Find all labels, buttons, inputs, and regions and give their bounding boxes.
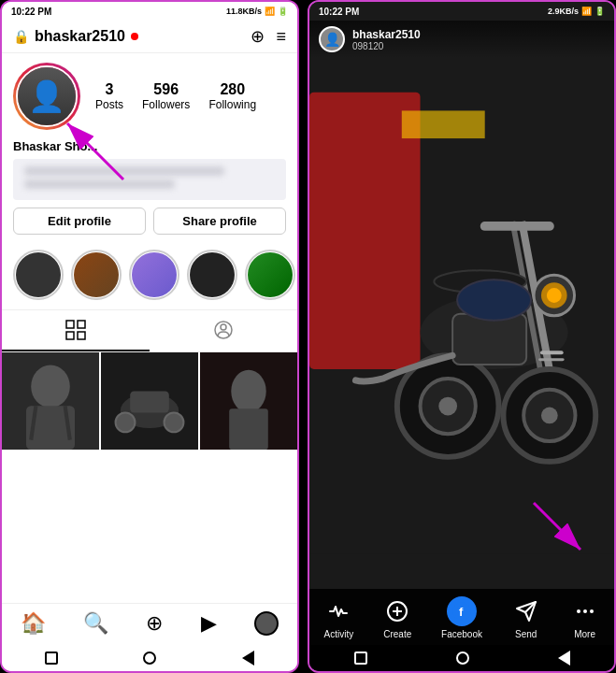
avatar-inner: 👤: [16, 65, 78, 127]
story-item-2[interactable]: [71, 250, 122, 300]
left-square-button[interactable]: [45, 652, 58, 665]
more-icon: [570, 596, 600, 626]
posts-stat[interactable]: 3 Posts: [95, 81, 123, 111]
create-action[interactable]: Create: [382, 596, 412, 639]
right-phone: 10:22 PM 2.9KB/s 📶 🔋 👤 bhaskar2510 09812…: [308, 0, 616, 673]
svg-point-17: [231, 370, 265, 413]
right-subtext: 098120: [352, 41, 421, 51]
right-top-overlay: 👤 bhaskar2510 098120: [309, 21, 614, 58]
left-circle-button[interactable]: [143, 652, 156, 665]
right-circle-button[interactable]: [456, 652, 469, 665]
profile-buttons: Edit profile Share profile: [2, 208, 297, 244]
svg-rect-39: [540, 351, 564, 354]
tagged-icon: [213, 320, 234, 340]
svg-point-29: [547, 288, 562, 303]
svg-point-14: [116, 412, 136, 432]
photo-grid: [2, 352, 297, 603]
add-nav-icon[interactable]: ⊕: [146, 611, 163, 636]
photo-2-img: [101, 352, 198, 450]
profile-nav-avatar[interactable]: [254, 611, 279, 636]
menu-icon[interactable]: ≡: [276, 27, 286, 47]
posts-label: Posts: [95, 98, 123, 111]
create-svg-icon: [386, 600, 408, 623]
svg-rect-2: [66, 332, 74, 339]
story-circle-4: [187, 250, 237, 300]
bio-line-2: [24, 179, 175, 189]
fb-svg-icon: f: [452, 602, 471, 621]
left-status-bar: 10:22 PM 11.8KB/s 📶 🔋: [2, 2, 297, 21]
right-content-area: Activity Create f: [309, 2, 614, 645]
story-inner-3: [132, 252, 177, 297]
bottom-nav: 🏠 🔍 ⊕ ▶: [2, 603, 297, 645]
edit-profile-button[interactable]: Edit profile: [13, 208, 146, 235]
svg-rect-22: [402, 110, 485, 138]
ig-header: 🔒 bhaskar2510 ⊕ ≡: [2, 21, 297, 53]
story-circle-2: [71, 250, 122, 300]
right-status-bar: 10:22 PM 2.9KB/s 📶 🔋: [309, 2, 614, 21]
network-speed: 11.8KB/s: [226, 7, 262, 16]
photo-1[interactable]: [2, 352, 99, 450]
create-label: Create: [383, 629, 411, 639]
share-profile-button[interactable]: Share profile: [153, 208, 286, 235]
avatar-ring: 👤: [13, 63, 80, 130]
right-username: bhaskar2510: [352, 28, 421, 41]
story-item-1[interactable]: [13, 250, 64, 300]
send-action[interactable]: Send: [511, 596, 541, 639]
following-label: Following: [208, 98, 256, 111]
activity-svg-icon: [327, 600, 350, 623]
following-count: 280: [220, 81, 245, 98]
followers-stat[interactable]: 596 Followers: [142, 81, 190, 111]
tab-bar: [2, 309, 297, 352]
reels-nav-icon[interactable]: ▶: [201, 611, 217, 636]
tab-grid[interactable]: [2, 310, 150, 351]
send-label: Send: [515, 629, 537, 639]
left-back-button[interactable]: [242, 651, 254, 666]
svg-rect-1: [78, 321, 85, 328]
following-stat[interactable]: 280 Following: [208, 81, 256, 111]
tab-tagged[interactable]: [150, 310, 297, 351]
photo-2[interactable]: [101, 352, 198, 450]
more-svg-icon: [574, 600, 596, 623]
svg-point-32: [438, 397, 457, 416]
stories-row: [2, 244, 297, 309]
story-inner-5: [248, 252, 293, 297]
send-svg-icon: [515, 600, 537, 623]
activity-label: Activity: [324, 629, 354, 639]
signal-icon: 📶: [265, 7, 275, 16]
send-icon: [511, 596, 541, 626]
left-time: 10:22 PM: [11, 7, 51, 17]
create-icon: [382, 596, 412, 626]
story-item-3[interactable]: [129, 250, 179, 300]
add-post-icon[interactable]: ⊕: [251, 26, 265, 47]
photo-3[interactable]: [200, 352, 297, 450]
right-back-button[interactable]: [558, 651, 570, 666]
verified-dot: [131, 33, 138, 40]
activity-action[interactable]: Activity: [323, 596, 353, 639]
left-phone: 10:22 PM 11.8KB/s 📶 🔋 🔒 bhaskar2510 ⊕ ≡ …: [0, 0, 299, 673]
more-action[interactable]: More: [570, 596, 600, 639]
facebook-action[interactable]: f Facebook: [441, 596, 482, 639]
right-status-icons: 2.9KB/s 📶 🔋: [548, 7, 605, 16]
stats-row: 3 Posts 596 Followers 280 Following: [95, 81, 256, 111]
moto-image: [309, 2, 614, 589]
lock-icon: 🔒: [13, 29, 29, 44]
svg-rect-40: [538, 358, 565, 361]
story-circle-1: [13, 250, 64, 300]
photo-3-img: [200, 352, 297, 450]
story-item-5[interactable]: [245, 250, 295, 300]
activity-icon: [323, 596, 353, 626]
story-circle-3: [129, 250, 179, 300]
home-nav-icon[interactable]: 🏠: [21, 611, 46, 636]
svg-rect-3: [78, 332, 85, 339]
ig-username-row: 🔒 bhaskar2510: [13, 28, 138, 45]
bio-line-1: [24, 166, 224, 176]
story-inner-2: [74, 252, 119, 297]
avatar-wrapper[interactable]: 👤: [13, 63, 80, 130]
story-item-4[interactable]: [187, 250, 237, 300]
search-nav-icon[interactable]: 🔍: [83, 611, 108, 636]
right-signal-icon: 📶: [581, 7, 592, 16]
svg-point-46: [577, 609, 580, 613]
right-square-button[interactable]: [354, 652, 367, 665]
bio-area: [13, 159, 286, 200]
story-inner-1: [16, 252, 61, 297]
